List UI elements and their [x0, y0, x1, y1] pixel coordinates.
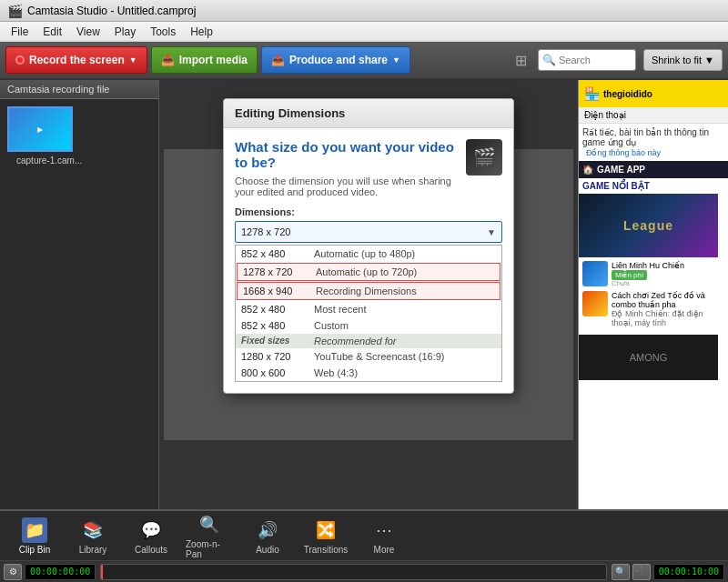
- sidebar-news: Rất tiếc, bài tin bản th thông tin game …: [579, 124, 728, 161]
- game-home-icon: 🏠: [582, 165, 593, 175]
- timeline-row: ⚙ 00:00:00:00 🔍 ➕ 00:00:10:00: [0, 561, 728, 582]
- search-box: 🔍: [538, 49, 636, 71]
- modal-title-text: Editing Dimensions: [235, 106, 345, 120]
- canvas-icon: ⊞: [515, 52, 527, 69]
- clip-bin-icon: 📁: [22, 517, 47, 543]
- dropdown-row-2[interactable]: 1668 x 940 Recording Dimensions: [237, 282, 500, 300]
- dimensions-select[interactable]: 1278 x 720 ▼: [235, 221, 502, 243]
- more-icon: ⋯: [371, 517, 397, 543]
- zoom-in-button[interactable]: ➕: [632, 564, 651, 580]
- row-size-6: 1280 x 720: [241, 351, 307, 362]
- game-item-2[interactable]: Cách chơi Zed Tốc đồ và combo thuần pha …: [582, 291, 724, 327]
- produce-dropdown-icon[interactable]: ▼: [392, 55, 400, 65]
- modal-icon: 🎬: [466, 139, 502, 176]
- sidebar-notification-link[interactable]: Đồng thông báo này: [582, 146, 664, 159]
- record-dropdown-icon[interactable]: ▼: [129, 55, 137, 65]
- more-label: More: [374, 545, 395, 555]
- modal-overlay: Editing Dimensions What size do you want…: [159, 80, 578, 509]
- row-size-1: 1278 x 720: [243, 266, 308, 277]
- row-desc-4: Custom: [314, 320, 349, 331]
- game-item-1[interactable]: Liên Minh Hu Chiến Miễn phí Chưa: [582, 261, 724, 287]
- app-icon: 🎬: [7, 4, 23, 18]
- row-size-2: 1668 x 940: [243, 286, 308, 296]
- store-header: 🏪 thegioidido: [579, 80, 728, 107]
- menu-view[interactable]: View: [69, 24, 107, 40]
- tool-row: 📁 Clip Bin 📚 Library 💬 Callouts 🔍 Zoom-n…: [0, 511, 728, 561]
- import-icon: 📥: [161, 54, 175, 66]
- sidebar-tab-dienthoai[interactable]: Điện thoại: [579, 107, 632, 123]
- tool-clip-bin[interactable]: 📁 Clip Bin: [7, 514, 62, 558]
- menu-edit[interactable]: Edit: [35, 24, 69, 40]
- menu-help[interactable]: Help: [183, 24, 220, 40]
- game-2-info: Cách chơi Zed Tốc đồ và combo thuần pha …: [612, 291, 724, 327]
- transitions-icon: 🔀: [313, 517, 339, 543]
- store-name: thegioidido: [603, 89, 652, 99]
- row-desc-0: Automatic (up to 480p): [314, 248, 415, 259]
- row-size-4: 852 x 480: [241, 320, 307, 331]
- import-button[interactable]: 📥 Import media: [151, 46, 258, 74]
- produce-button[interactable]: 📤 Produce and share ▼: [261, 46, 410, 74]
- callouts-icon: 💬: [138, 517, 164, 543]
- game-1-name: Liên Minh Hu Chiến: [612, 261, 684, 270]
- audio-label: Audio: [256, 545, 279, 555]
- menu-play[interactable]: Play: [107, 24, 143, 40]
- modal-description: Choose the dimension you will use when s…: [235, 176, 459, 197]
- shrink-fit-button[interactable]: Shrink to fit ▼: [643, 49, 723, 71]
- main-content: Camtasia recording file ▶ capture-1.cam.…: [0, 80, 728, 509]
- modal-header: Editing Dimensions: [224, 99, 513, 128]
- toolbar: Record the screen ▼ 📥 Import media 📤 Pro…: [0, 42, 728, 80]
- video-icon: ▶: [37, 125, 43, 134]
- league-text: League: [623, 218, 673, 233]
- select-arrow-icon: ▼: [487, 227, 496, 237]
- tool-more[interactable]: ⋯ More: [357, 514, 411, 558]
- tool-callouts[interactable]: 💬 Callouts: [124, 514, 178, 558]
- game-1-icon: [582, 261, 608, 286]
- library-icon: 📚: [80, 517, 106, 543]
- row-desc-2: Recording Dimensions: [316, 286, 417, 296]
- sidebar-news-text: Rất tiếc, bài tin bản th thông tin game …: [582, 127, 709, 147]
- menu-file[interactable]: File: [4, 24, 35, 40]
- editing-dimensions-dialog: Editing Dimensions What size do you want…: [223, 98, 514, 394]
- row-size-0: 852 x 480: [241, 248, 307, 259]
- dropdown-row-1[interactable]: 1278 x 720 Automatic (up to 720p): [237, 263, 500, 281]
- record-button[interactable]: Record the screen ▼: [5, 46, 147, 74]
- menubar: File Edit View Play Tools Help: [0, 22, 728, 42]
- timeline-track[interactable]: [100, 564, 607, 580]
- game-app-label: GAME APP: [597, 165, 645, 175]
- row-desc-3: Most recent: [314, 304, 366, 315]
- dark-banner-text: AMONG: [630, 352, 668, 363]
- zoom-pan-label: Zoom-n-Pan: [186, 539, 233, 559]
- row-size-7: 800 x 600: [241, 367, 307, 378]
- dimension-dropdown-list: 852 x 480 Automatic (up to 480p) 1278 x …: [235, 245, 502, 382]
- tool-transitions[interactable]: 🔀 Transitions: [298, 514, 353, 558]
- search-input[interactable]: [559, 55, 632, 65]
- record-label: Record the screen: [29, 54, 125, 66]
- section-desc: Recommended for: [314, 336, 397, 346]
- dropdown-row-7[interactable]: 800 x 600 Web (4:3): [236, 365, 501, 381]
- tool-library[interactable]: 📚 Library: [66, 514, 120, 558]
- zoom-out-button[interactable]: 🔍: [612, 564, 630, 580]
- game-1-extra: Chưa: [612, 279, 684, 287]
- game-1-badge: Miễn phí: [612, 270, 684, 279]
- shrink-fit-label: Shrink to fit: [652, 55, 702, 65]
- game-featured-label: GAME NỔI BẬT: [579, 178, 728, 194]
- bottom-toolbar: 📁 Clip Bin 📚 Library 💬 Callouts 🔍 Zoom-n…: [0, 509, 728, 582]
- clip-thumbnail[interactable]: ▶: [7, 106, 73, 152]
- camtasia-icon: 🎬: [473, 146, 496, 168]
- tool-audio[interactable]: 🔊 Audio: [240, 514, 295, 558]
- dropdown-row-3[interactable]: 852 x 480 Most recent: [236, 301, 501, 317]
- clip-area: ▶ capture-1.cam...: [0, 99, 158, 176]
- game-app-header: 🏠 GAME APP: [579, 161, 728, 178]
- game-list: Liên Minh Hu Chiến Miễn phí Chưa Cách ch…: [579, 257, 728, 335]
- dropdown-row-6[interactable]: 1280 x 720 YouTube & Screencast (16:9): [236, 348, 501, 365]
- tool-zoom-pan[interactable]: 🔍 Zoom-n-Pan: [182, 508, 237, 563]
- dropdown-row-4[interactable]: 852 x 480 Custom: [236, 317, 501, 334]
- timeline-settings-button[interactable]: ⚙: [4, 564, 22, 580]
- dropdown-row-0[interactable]: 852 x 480 Automatic (up to 480p): [236, 246, 501, 262]
- sidebar-tabs: Điện thoại: [579, 107, 728, 124]
- menu-tools[interactable]: Tools: [143, 24, 183, 40]
- titlebar: 🎬 Camtasia Studio - Untitled.camproj: [0, 0, 728, 22]
- produce-icon: 📤: [271, 54, 285, 66]
- panel-title: Camtasia recording file: [0, 80, 158, 99]
- library-label: Library: [79, 545, 107, 555]
